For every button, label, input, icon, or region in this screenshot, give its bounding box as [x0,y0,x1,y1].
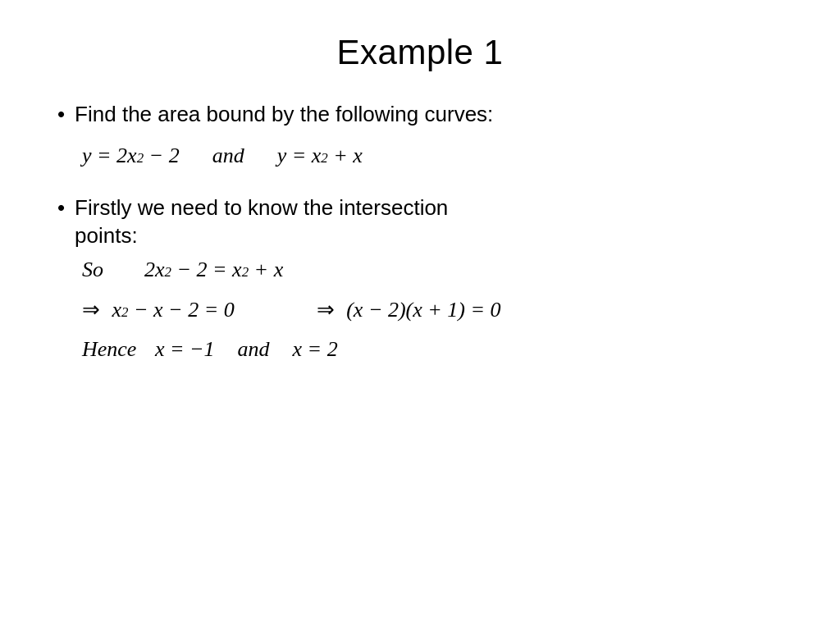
equation-y2: y = x2 + x [277,144,363,168]
equation-impl1: x2 − x − 2 = 0 [112,298,235,322]
indent-block: So 2x2 − 2 = x2 + x ⇒ x2 − x − 2 = 0 ⇒ (… [82,258,783,362]
slide-title: Example 1 [57,33,783,72]
slide: Example 1 • Find the area bound by the f… [0,0,840,630]
implies-row-1: ⇒ x2 − x − 2 = 0 ⇒ (x − 2)(x + 1) = 0 [82,297,783,322]
bullet-item-2: • Firstly we need to know the intersecti… [57,194,783,363]
and-connector-1: and [212,144,244,168]
x-equals-2: x = 2 [293,337,338,362]
hence-label: Hence [82,337,136,362]
bullet-header-1: • Find the area bound by the following c… [57,101,783,129]
equation-y1: y = 2x2 − 2 [82,144,180,168]
so-label: So [82,258,103,282]
and-connector-2: and [238,337,270,362]
implies-symbol-2: ⇒ [317,297,340,322]
bullet-dot-2: • [57,194,65,222]
bullet-header-2: • Firstly we need to know the intersecti… [57,194,783,250]
so-line: So 2x2 − 2 = x2 + x [82,258,783,282]
equation-impl2: (x − 2)(x + 1) = 0 [346,298,500,322]
equation-so: 2x2 − 2 = x2 + x [144,258,283,282]
bullet-item-1: • Find the area bound by the following c… [57,101,783,171]
implies-symbol-1: ⇒ [82,297,106,322]
content-area: • Find the area bound by the following c… [57,101,783,362]
bullet-text-2: Firstly we need to know the intersection… [75,194,783,250]
hence-line: Hence x = −1 and x = 2 [82,337,783,362]
equation-line-1: y = 2x2 − 2 and y = x2 + x [82,144,783,168]
equation-impl2-group: ⇒ (x − 2)(x + 1) = 0 [317,297,501,322]
x-equals-neg1: x = −1 [155,337,215,362]
bullet-dot-1: • [57,101,65,129]
bullet-text-1: Find the area bound by the following cur… [75,101,783,129]
